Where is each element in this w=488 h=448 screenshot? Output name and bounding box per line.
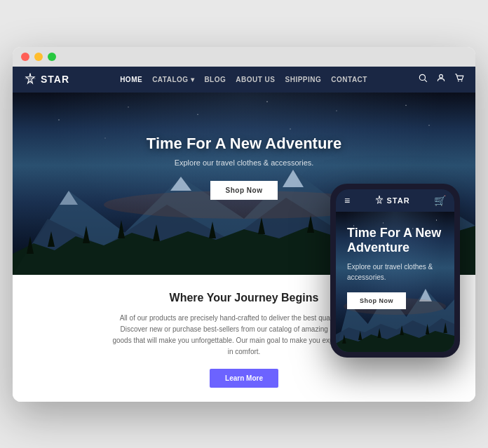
mobile-shop-now-button[interactable]: Shop Now — [347, 292, 406, 309]
mobile-hero-content: Time For A New Adventure Explore our tra… — [336, 212, 454, 320]
brand-name: STAR — [41, 74, 69, 85]
mac-window: STAR HOME CATALOG ▾ BLOG ABOUT US SHIPPI… — [13, 47, 475, 402]
mobile-hero-title: Time For A New Adventure — [347, 226, 443, 256]
desktop-hero-title: Time For A New Adventure — [13, 135, 475, 153]
svg-line-3 — [425, 80, 427, 82]
nav-links: HOME CATALOG ▾ BLOG ABOUT US SHIPPING CO… — [120, 76, 367, 83]
svg-point-4 — [440, 74, 443, 78]
mobile-hero: Time For A New Adventure Explore our tra… — [336, 212, 454, 352]
nav-home[interactable]: HOME — [120, 76, 142, 83]
mobile-cart-icon[interactable]: 🛒 — [434, 195, 446, 206]
mobile-hero-subtitle: Explore our travel clothes & accessories… — [347, 262, 443, 283]
nav-shipping[interactable]: SHIPPING — [285, 76, 322, 83]
brand-logo[interactable]: STAR — [24, 72, 69, 87]
mobile-nav: ≡ STAR — [336, 189, 454, 212]
content-area: Time For A New Adventure Explore our tra… — [13, 93, 475, 402]
search-icon[interactable] — [418, 73, 428, 86]
svg-point-6 — [461, 81, 463, 82]
user-icon[interactable] — [436, 73, 446, 86]
desktop-hero-subtitle: Explore our travel clothes & accessories… — [13, 158, 475, 167]
mobile-star-icon — [374, 195, 384, 206]
minimize-button[interactable] — [34, 53, 43, 61]
desktop-nav: STAR HOME CATALOG ▾ BLOG ABOUT US SHIPPI… — [13, 67, 475, 93]
mobile-phone: ≡ STAR — [330, 184, 460, 358]
star-icon — [24, 72, 36, 87]
nav-blog[interactable]: BLOG — [204, 76, 226, 83]
svg-point-2 — [419, 74, 425, 80]
mobile-screen: ≡ STAR — [336, 189, 454, 352]
desktop-browser: STAR HOME CATALOG ▾ BLOG ABOUT US SHIPPI… — [13, 67, 475, 402]
nav-catalog[interactable]: CATALOG ▾ — [152, 76, 194, 83]
mobile-menu-icon[interactable]: ≡ — [344, 195, 350, 206]
mobile-brand-name: STAR — [387, 196, 410, 205]
mobile-phone-wrapper: ≡ STAR — [330, 184, 460, 358]
nav-about[interactable]: ABOUT US — [236, 76, 275, 83]
mobile-brand[interactable]: STAR — [374, 195, 410, 206]
mac-titlebar — [13, 47, 475, 67]
cart-icon[interactable] — [454, 73, 464, 86]
svg-point-5 — [458, 81, 459, 82]
learn-more-button[interactable]: Learn More — [210, 369, 278, 388]
close-button[interactable] — [21, 53, 29, 61]
nav-icons — [418, 73, 464, 86]
desktop-shop-now-button[interactable]: Shop Now — [210, 181, 278, 200]
maximize-button[interactable] — [48, 53, 56, 61]
nav-contact[interactable]: CONTACT — [331, 76, 367, 83]
